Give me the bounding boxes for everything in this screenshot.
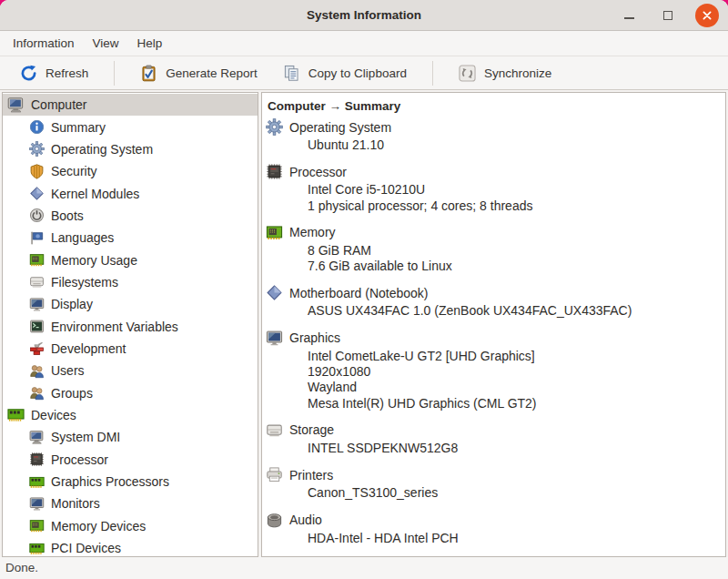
sidebar-item-devices[interactable]: Devices: [3, 404, 258, 426]
section-values: Canon_TS3100_series: [308, 485, 725, 501]
sidebar-item-operating-system[interactable]: Operating System: [3, 138, 258, 160]
system-information-window: System Information InformationViewHelp R…: [0, 0, 728, 579]
ram-icon: [7, 406, 25, 423]
section-title: Memory: [289, 225, 336, 239]
sidebar-item-pci-devices[interactable]: PCI Devices: [3, 537, 258, 557]
sidebar-item-graphics-processors[interactable]: Graphics Processors: [3, 471, 258, 493]
toolbar-button-label: Generate Report: [166, 66, 258, 80]
sidebar-item-development[interactable]: Development: [3, 338, 258, 360]
sidebar-item-label: Boots: [51, 208, 84, 223]
section-values: HDA-Intel - HDA Intel PCH: [308, 531, 725, 546]
sidebar-item-label: Groups: [51, 386, 93, 401]
section-title: Processor: [289, 165, 347, 179]
section-operating-system: Operating SystemUbuntu 21.10: [266, 118, 725, 153]
sidebar-item-summary[interactable]: Summary: [3, 116, 258, 137]
computer-icon: [7, 96, 25, 114]
section-header: Operating System: [266, 118, 725, 136]
section-value-line: Wayland: [308, 380, 725, 395]
monitor-icon: [29, 496, 45, 512]
sidebar-item-memory-usage[interactable]: Memory Usage: [3, 249, 258, 270]
section-motherboard-notebook: Motherboard (Notebook)ASUS UX434FAC 1.0 …: [266, 284, 725, 319]
statusbar: Done.: [0, 557, 728, 579]
copy-to-clipboard-button[interactable]: Copy to Clipboard: [270, 61, 420, 86]
section-value-line: Canon_TS3100_series: [308, 485, 725, 501]
sidebar-item-computer[interactable]: Computer: [3, 94, 258, 116]
menu-view[interactable]: View: [84, 34, 128, 53]
flag-icon: [29, 230, 45, 246]
sidebar-item-boots[interactable]: Boots: [3, 205, 258, 227]
chip-icon: [29, 452, 45, 467]
section-processor: ProcessorIntel Core i5-10210U1 physical …: [266, 163, 725, 214]
sidebar-item-label: Development: [51, 341, 126, 356]
users-icon: [29, 363, 45, 379]
sidebar-item-label: Memory Devices: [51, 519, 146, 533]
refresh-button[interactable]: Refresh: [7, 61, 101, 86]
memchip-icon: [29, 518, 45, 533]
monitor-icon: [266, 330, 283, 347]
section-value-line: Mesa Intel(R) UHD Graphics (CML GT2): [308, 396, 725, 411]
info-icon: [29, 119, 45, 135]
sidebar-item-display[interactable]: Display: [3, 293, 258, 315]
sidebar-item-label: Display: [51, 297, 93, 311]
sidebar-tree: ComputerSummaryOperating SystemSecurityK…: [2, 92, 258, 557]
sidebar-item-environment-variables[interactable]: Environment Variables: [3, 315, 258, 337]
sidebar-item-label: Filesystems: [51, 275, 118, 290]
section-values: Intel CometLake-U GT2 [UHD Graphics]1920…: [308, 349, 725, 411]
section-storage: StorageINTEL SSDPEKNW512G8: [266, 422, 725, 456]
drive-icon: [29, 274, 45, 290]
menu-help[interactable]: Help: [128, 34, 172, 53]
toolbar: RefreshGenerate ReportCopy to ClipboardS…: [0, 56, 728, 90]
sidebar-item-label: Processor: [51, 452, 108, 467]
section-value-line: Intel CometLake-U GT2 [UHD Graphics]: [308, 349, 725, 364]
terminal-icon: [29, 319, 45, 334]
diamond-icon: [29, 186, 45, 201]
menu-information[interactable]: Information: [4, 34, 84, 53]
sidebar-item-label: Operating System: [51, 142, 153, 157]
users-icon: [29, 385, 45, 401]
minimize-icon: [624, 17, 634, 19]
memchip-icon: [29, 252, 45, 268]
synchronize-button[interactable]: Synchronize: [446, 61, 564, 86]
sidebar-item-monitors[interactable]: Monitors: [3, 493, 258, 514]
computer-icon: [29, 430, 45, 445]
sidebar-item-kernel-modules[interactable]: Kernel Modules: [3, 182, 258, 204]
sidebar-item-processor[interactable]: Processor: [3, 449, 258, 471]
section-value-line: 7.6 GiB available to Linux: [308, 259, 725, 274]
section-value-line: INTEL SSDPEKNW512G8: [308, 441, 725, 456]
sidebar-item-memory-devices[interactable]: Memory Devices: [3, 515, 258, 537]
sidebar-item-system-dmi[interactable]: System DMI: [3, 426, 258, 448]
summary-sections: Operating SystemUbuntu 21.10ProcessorInt…: [262, 117, 725, 556]
section-value-line: 8 GiB RAM: [308, 243, 725, 259]
sidebar-item-users[interactable]: Users: [3, 360, 258, 381]
generate-report-button[interactable]: Generate Report: [127, 61, 270, 86]
chip-icon: [266, 163, 283, 180]
refresh-icon: [20, 65, 37, 82]
sidebar-item-languages[interactable]: Languages: [3, 227, 258, 249]
section-values: INTEL SSDPEKNW512G8: [308, 441, 725, 456]
close-button[interactable]: [695, 4, 719, 27]
maximize-icon: [663, 11, 672, 20]
section-title: Storage: [289, 422, 334, 437]
section-title: Printers: [289, 468, 333, 482]
toolbar-button-label: Refresh: [46, 66, 88, 80]
section-values: Intel Core i5-10210U1 physical processor…: [308, 182, 725, 214]
sidebar-item-label: PCI Devices: [51, 541, 121, 555]
sidebar-item-filesystems[interactable]: Filesystems: [3, 271, 258, 293]
memchip-icon: [266, 224, 283, 241]
section-header: Printers: [266, 466, 725, 483]
drive-icon: [266, 422, 283, 439]
toolbar-button-label: Synchronize: [484, 66, 551, 80]
power-icon: [29, 208, 45, 223]
maximize-button[interactable]: [656, 4, 680, 27]
sidebar-item-groups[interactable]: Groups: [3, 381, 258, 403]
close-icon: [702, 10, 713, 21]
section-header: Storage: [266, 422, 725, 439]
section-audio: AudioHDA-Intel - HDA Intel PCH: [266, 512, 725, 546]
minimize-button[interactable]: [617, 4, 641, 27]
shield-icon: [29, 164, 45, 179]
sidebar-item-security[interactable]: Security: [3, 160, 258, 182]
section-value-line: Ubuntu 21.10: [308, 137, 725, 153]
section-printers: PrintersCanon_TS3100_series: [266, 466, 725, 501]
titlebar[interactable]: System Information: [0, 0, 728, 31]
sidebar-item-label: Graphics Processors: [51, 474, 169, 489]
